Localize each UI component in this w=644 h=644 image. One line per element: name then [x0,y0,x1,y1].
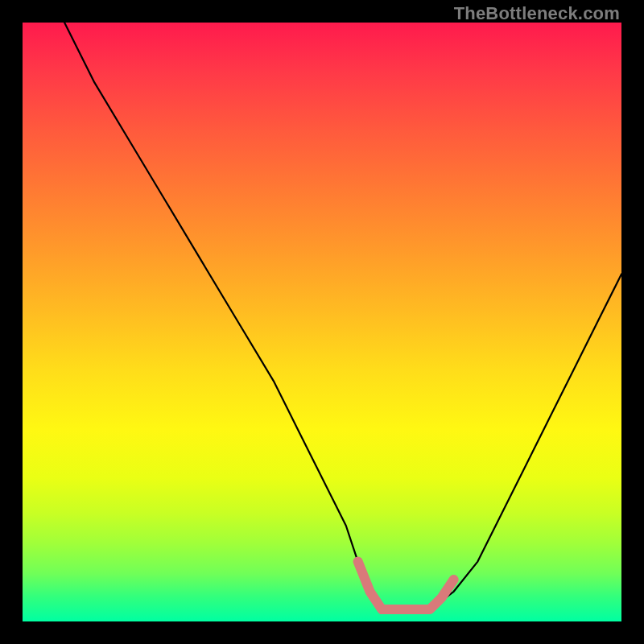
chart-svg [23,23,621,621]
watermark-label: TheBottleneck.com [454,3,620,24]
flat-highlight-path [358,562,454,610]
curve-path [64,23,621,609]
chart-frame [23,23,621,621]
